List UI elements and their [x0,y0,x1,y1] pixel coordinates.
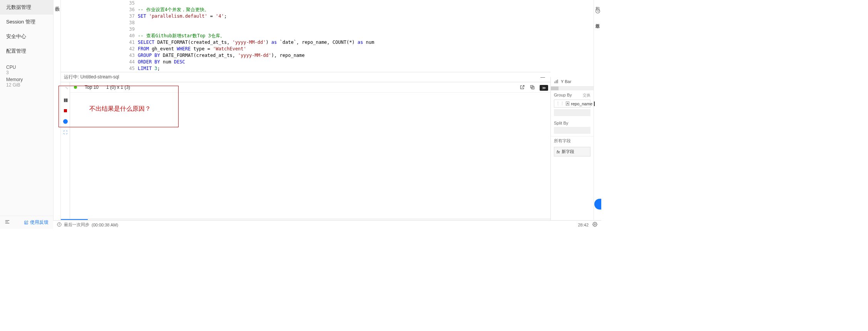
left-tool-strip: 函数 [53,0,61,229]
feedback-label: 使用反馈 [30,219,49,226]
pause-button[interactable]: ▮▮ [62,97,69,103]
result-title: Top 10 [85,85,99,90]
nav-session[interactable]: Session 管理 [0,15,53,29]
nav-metadata[interactable]: 元数据管理 [0,0,53,15]
results-body: 不出结果是什么原因？ [70,93,550,219]
open-external-icon[interactable] [520,85,525,91]
nav-config[interactable]: 配置管理 [0,44,53,58]
new-field-button[interactable]: fx 新字段 [554,147,590,156]
version-info-tab[interactable]: 版本信息 [594,17,601,23]
split-by-dropzone[interactable] [554,127,590,134]
chart-type-label: Y Bar [561,79,571,84]
sync-label: 最后一次同步 [64,222,89,228]
history-icon[interactable] [594,6,601,17]
text-type-icon: A [566,101,569,106]
results-panel: ▮▮ ⛶ Top 10 1 (0) x 1 (3) [61,82,550,219]
results-toolbar: ▮▮ ⛶ [61,82,70,219]
function-icon: fx [557,150,560,154]
info-icon[interactable] [57,222,62,228]
sidebar: 元数据管理 Session 管理 安全中心 配置管理 CPU 3 Memory … [0,0,53,229]
all-fields-label: 所有字段 [551,136,594,145]
resource-stats: CPU 3 Memory 12 GiB [0,60,53,91]
group-by-field-name: repo_name [571,101,592,106]
swap-button[interactable]: 交换 [583,93,590,98]
status-dot-icon [74,86,77,89]
bar-chart-icon [554,79,559,84]
group-by-field[interactable]: ⋮⋮ A repo_name [554,100,590,108]
fullscreen-icon[interactable]: ⛶ [62,129,69,135]
chart-config-panel: Y Bar Group By 交换 ⋮⋮ A repo_name Split B… [550,77,594,229]
right-tool-strip: 构 版本信息 [594,0,601,229]
svg-rect-9 [556,80,557,83]
field-dropzone[interactable] [554,109,590,116]
copy-icon[interactable] [530,85,535,91]
spinner-icon [62,86,69,92]
cpu-value: 3 [6,70,47,75]
split-by-label: Split By [554,121,568,125]
cpu-label: CPU [6,65,47,70]
collapse-sidebar-icon[interactable] [5,219,10,226]
memory-label: Memory [6,77,47,82]
code-editor[interactable]: 3536373839404142434445 -- 作业设置4个并发，聚合更快。… [61,0,550,72]
minimize-results-icon[interactable]: — [538,75,547,80]
run-status-text: 运行中: Untitled-stream-sql [64,74,119,80]
feedback-link[interactable]: 使用反馈 [24,219,49,226]
svg-rect-10 [557,80,558,83]
nav-security[interactable]: 安全中心 [0,29,53,44]
sync-time: (00:00:38 AM) [92,223,118,227]
clock-value: 28:42 [578,223,589,227]
new-field-label: 新字段 [562,149,574,155]
gauge-icon[interactable] [62,118,69,125]
results-header: Top 10 1 (0) x 1 (3) ≫ [70,82,550,93]
more-actions-button[interactable]: ≫ [540,85,548,91]
structure-tab[interactable]: 构 [594,0,601,6]
annotation-text: 不出结果是什么原因？ [89,105,151,113]
horizontal-scrollbar[interactable] [551,86,594,90]
results-content: Top 10 1 (0) x 1 (3) ≫ 不出结果是什么原因？ [70,82,550,219]
group-by-label: Group By [554,93,572,98]
settings-icon[interactable] [592,222,597,228]
status-bar: 最后一次同步 (00:00:38 AM) 28:42 [53,220,601,229]
main-area: 3536373839404142434445 -- 作业设置4个并发，聚合更快。… [61,0,550,229]
line-gutter: 3536373839404142434445 [126,0,138,72]
result-dimensions: 1 (0) x 1 (3) [106,85,130,90]
drag-handle-icon[interactable]: ⋮⋮ [556,101,564,106]
svg-point-15 [594,224,595,225]
run-status-bar: 运行中: Untitled-stream-sql — [61,72,550,82]
code-content[interactable]: -- 作业设置4个并发，聚合更快。SET 'parallelism.defaul… [138,0,374,72]
svg-point-14 [59,223,60,224]
stop-button[interactable] [62,108,69,114]
svg-rect-8 [555,82,555,83]
memory-value: 12 GiB [6,82,47,88]
chart-type-selector[interactable]: Y Bar [551,77,594,86]
